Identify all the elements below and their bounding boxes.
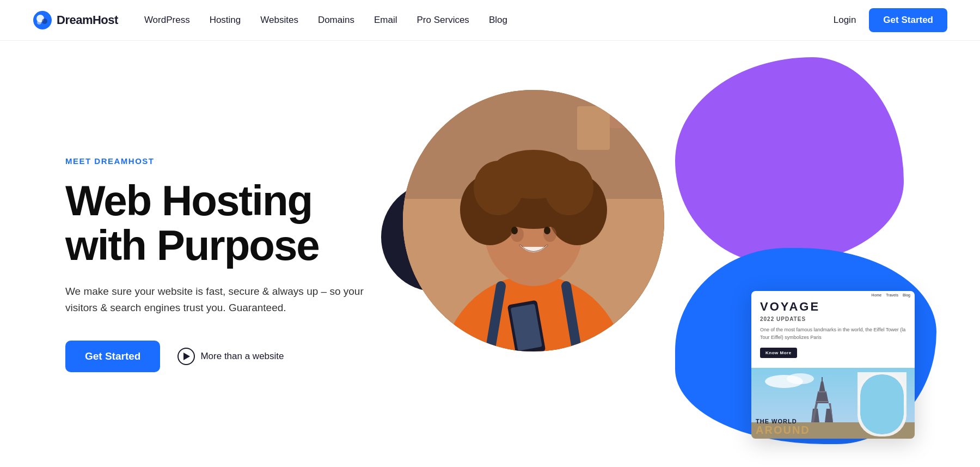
hero-title-line1: Web Hosting xyxy=(65,177,312,225)
svg-rect-35 xyxy=(818,391,826,392)
voyage-year: 2022 UPDATES xyxy=(760,316,906,322)
voyage-know-more-button[interactable]: Know More xyxy=(760,348,797,358)
get-started-nav-button[interactable]: Get Started xyxy=(869,8,947,32)
nav-link-hosting[interactable]: Hosting xyxy=(210,15,241,25)
voyage-world-wrap: THE WORLD AROUND xyxy=(756,418,810,435)
nav-link-domains[interactable]: Domains xyxy=(318,15,354,25)
login-link[interactable]: Login xyxy=(834,15,856,26)
nav-link-pro-services[interactable]: Pro Services xyxy=(417,15,469,25)
nav-item-hosting[interactable]: Hosting xyxy=(210,15,241,26)
nav-item-blog[interactable]: Blog xyxy=(489,15,507,26)
svg-point-16 xyxy=(490,150,577,199)
dreamhost-logo-icon xyxy=(33,10,52,30)
nav-item-wordpress[interactable]: WordPress xyxy=(144,15,190,26)
nav-item-email[interactable]: Email xyxy=(374,15,397,26)
nav-link-email[interactable]: Email xyxy=(374,15,397,25)
nav-item-pro-services[interactable]: Pro Services xyxy=(417,15,469,26)
hero-subtitle: We make sure your website is fast, secur… xyxy=(65,283,370,317)
voyage-nav-home: Home xyxy=(872,293,882,297)
hero-title-line2: with Purpose xyxy=(65,221,319,269)
nav-link-wordpress[interactable]: WordPress xyxy=(144,15,190,25)
hero-actions: Get Started More than a website xyxy=(65,341,370,372)
video-link-label: More than a website xyxy=(200,351,284,362)
get-started-hero-button[interactable]: Get Started xyxy=(65,341,160,372)
svg-rect-33 xyxy=(822,377,823,384)
voyage-card-image: THE WORLD AROUND xyxy=(751,368,915,439)
svg-rect-6 xyxy=(577,106,610,150)
play-triangle-icon xyxy=(183,353,190,360)
hero-photo xyxy=(403,90,664,351)
video-link[interactable]: More than a website xyxy=(177,348,284,365)
hero-section: MEET DREAMHOST Web Hosting with Purpose … xyxy=(0,41,980,467)
nav-link-blog[interactable]: Blog xyxy=(489,15,507,25)
photo-placeholder xyxy=(403,90,664,351)
svg-point-2 xyxy=(42,19,47,24)
play-icon xyxy=(177,348,195,365)
svg-point-3 xyxy=(37,20,41,25)
svg-point-25 xyxy=(787,373,814,384)
hero-content: MEET DREAMHOST Web Hosting with Purpose … xyxy=(65,156,370,372)
voyage-around-text: AROUND xyxy=(756,424,810,435)
voyage-card: VOYAGE Home Travels Blog 2022 UPDATES On… xyxy=(751,291,915,439)
svg-point-19 xyxy=(511,227,518,234)
hero-visual: VOYAGE Home Travels Blog 2022 UPDATES On… xyxy=(370,74,947,455)
nav-item-websites[interactable]: Websites xyxy=(260,15,298,26)
nav-link-websites[interactable]: Websites xyxy=(260,15,298,25)
svg-rect-34 xyxy=(816,401,829,402)
logo-link[interactable]: DreamHost xyxy=(33,10,118,30)
voyage-nav-travels: Travels xyxy=(886,293,898,297)
nav-item-domains[interactable]: Domains xyxy=(318,15,354,26)
voyage-nav-labels: Home Travels Blog xyxy=(872,293,910,297)
svg-rect-7 xyxy=(610,95,637,128)
hero-eyebrow: MEET DREAMHOST xyxy=(65,156,370,166)
voyage-description: One of the most famous landmarks in the … xyxy=(760,326,906,341)
svg-rect-39 xyxy=(860,374,904,434)
voyage-card-title: VOYAGE xyxy=(760,300,820,314)
blob-purple xyxy=(675,57,904,264)
navbar: DreamHost WordPress Hosting Websites Dom… xyxy=(0,0,980,41)
person-svg xyxy=(403,90,664,351)
hero-title: Web Hosting with Purpose xyxy=(65,179,370,268)
voyage-nav-blog: Blog xyxy=(903,293,910,297)
brand-name: DreamHost xyxy=(57,13,118,27)
nav-right: Login Get Started xyxy=(834,8,947,32)
svg-point-20 xyxy=(544,227,550,234)
voyage-card-header: VOYAGE Home Travels Blog 2022 UPDATES On… xyxy=(751,291,915,368)
nav-links: WordPress Hosting Websites Domains Email… xyxy=(144,15,834,26)
